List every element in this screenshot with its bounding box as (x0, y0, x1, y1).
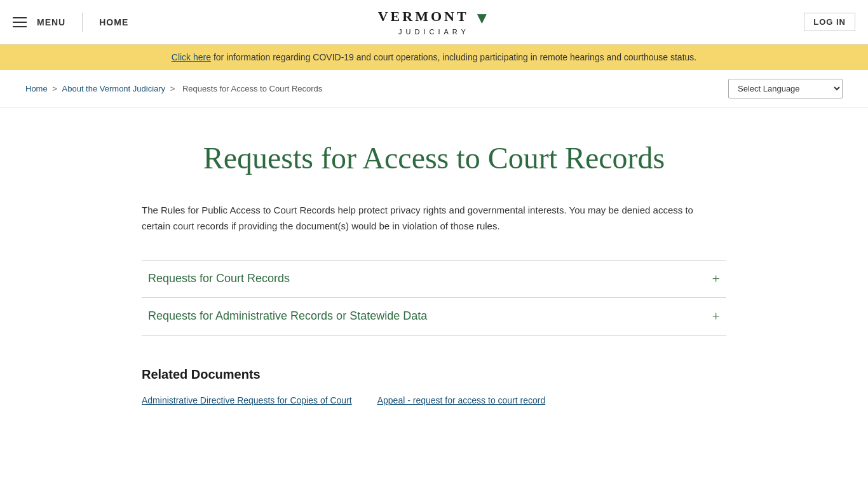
breadcrumb-bar: Home > About the Vermont Judiciary > Req… (0, 70, 868, 108)
accordion-header-2[interactable]: Requests for Administrative Records or S… (142, 298, 726, 335)
header-left: MENU HOME (13, 13, 128, 32)
menu-label[interactable]: MENU (37, 17, 65, 27)
main-content: Requests for Access to Court Records The… (116, 108, 752, 432)
logo-subtitle: JUDICIARY (378, 28, 491, 36)
header-right: LOG IN (804, 13, 855, 31)
hamburger-menu[interactable] (13, 17, 27, 27)
breadcrumb-sep1: > (52, 84, 59, 93)
accordion-title-2: Requests for Administrative Records or S… (148, 309, 427, 323)
accordion-title-1: Requests for Court Records (148, 272, 290, 285)
covid-banner: Click here for information regarding COV… (0, 44, 868, 70)
home-link[interactable]: HOME (99, 17, 128, 27)
breadcrumb-current: Requests for Access to Court Records (182, 84, 322, 93)
accordion-expand-icon-1: + (712, 272, 720, 286)
logo-text: VERMONT (378, 8, 469, 24)
accordion-item-2: Requests for Administrative Records or S… (142, 298, 726, 336)
breadcrumb-about[interactable]: About the Vermont Judiciary (62, 84, 166, 93)
related-link-1[interactable]: Administrative Directive Requests for Co… (142, 395, 352, 407)
covid-link[interactable]: Click here (172, 52, 211, 62)
header-divider (82, 13, 83, 32)
related-links-list: Administrative Directive Requests for Co… (142, 395, 726, 407)
language-selector[interactable]: Select Language Spanish French (728, 79, 843, 98)
site-logo[interactable]: VERMONT ▼ JUDICIARY (378, 8, 491, 36)
accordion-expand-icon-2: + (712, 309, 720, 323)
breadcrumb-sep2: > (170, 84, 177, 93)
intro-paragraph: The Rules for Public Access to Court Rec… (142, 202, 714, 234)
breadcrumb-home[interactable]: Home (25, 84, 48, 93)
maple-icon: ▼ (474, 9, 491, 28)
accordion: Requests for Court Records + Requests fo… (142, 260, 726, 336)
breadcrumb: Home > About the Vermont Judiciary > Req… (25, 84, 325, 93)
related-documents-heading: Related Documents (142, 367, 726, 382)
related-documents: Related Documents Administrative Directi… (142, 367, 726, 407)
accordion-header-1[interactable]: Requests for Court Records + (142, 261, 726, 297)
login-button[interactable]: LOG IN (804, 13, 855, 31)
covid-message: for information regarding COVID-19 and c… (211, 52, 696, 62)
accordion-item-1: Requests for Court Records + (142, 260, 726, 298)
site-header: MENU HOME VERMONT ▼ JUDICIARY LOG IN (0, 0, 868, 44)
related-link-2[interactable]: Appeal - request for access to court rec… (377, 395, 546, 407)
page-title: Requests for Access to Court Records (142, 140, 726, 177)
